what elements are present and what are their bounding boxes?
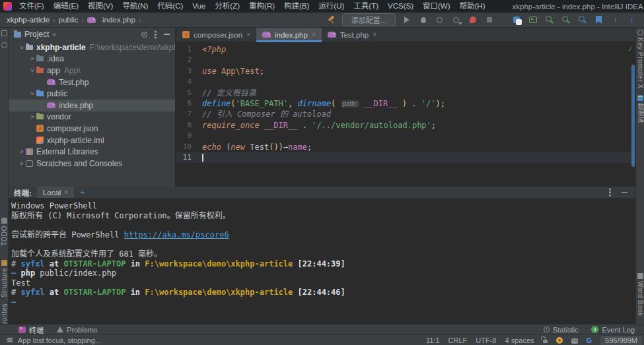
- menu-item-t[interactable]: 工具(T): [349, 0, 383, 13]
- code-line-10[interactable]: 10echo (new Test())→name;: [176, 142, 635, 152]
- tree-item-xkphp-article[interactable]: >xkphp-articleF:\workspace\demo\xkphp-ar…: [9, 42, 175, 53]
- tree-item-xkphp-article-iml[interactable]: xkphp-article.iml: [9, 135, 175, 146]
- expand-arrow-icon[interactable]: >: [28, 113, 36, 120]
- editor-tab-index-php[interactable]: index.php×: [256, 28, 322, 42]
- background-tasks-icon[interactable]: [7, 337, 13, 343]
- tool-stripe-key-promoter[interactable]: Key Promoter X: [636, 30, 644, 89]
- run-icon[interactable]: [401, 15, 412, 26]
- code-line-11[interactable]: 11: [176, 152, 635, 163]
- menu-item-c[interactable]: 代码(C): [153, 0, 188, 13]
- stop-icon[interactable]: [483, 15, 495, 26]
- code-line-6[interactable]: 6define('BASE_PATH', dirname( path: __DI…: [176, 98, 635, 109]
- tree-item-test-php[interactable]: Test.php: [9, 77, 175, 88]
- memory-indicator[interactable]: 596/989M: [600, 336, 642, 345]
- tree-item-idea[interactable]: >.idea: [9, 53, 175, 65]
- code-line-9[interactable]: 9: [176, 131, 635, 141]
- build-hammer-icon[interactable]: [326, 15, 337, 26]
- chevron-down-icon[interactable]: ∨: [52, 32, 56, 38]
- bookmark-icon[interactable]: [593, 15, 604, 26]
- profiler-icon[interactable]: [450, 15, 462, 26]
- replace-icon[interactable]: [560, 15, 571, 26]
- tree-item-composer-json[interactable]: composer.json: [9, 123, 175, 135]
- breadcrumb-xkphp-article[interactable]: xkphp-article: [7, 16, 50, 24]
- terminal-hide-icon[interactable]: [622, 192, 627, 193]
- expand-arrow-icon[interactable]: >: [18, 44, 25, 51]
- expand-arrow-icon[interactable]: >: [18, 148, 26, 155]
- navigate-down-icon[interactable]: ↓: [626, 15, 637, 26]
- locate-file-icon[interactable]: [141, 32, 147, 38]
- search-icon[interactable]: [544, 15, 555, 26]
- line-separator-widget[interactable]: CRLF: [448, 336, 468, 344]
- tree-item-scratches-and-consoles[interactable]: >Scratches and Consoles: [9, 158, 175, 170]
- code-line-1[interactable]: 1<?php: [176, 44, 635, 55]
- tree-item-index-php[interactable]: index.php: [9, 100, 175, 111]
- close-icon[interactable]: ×: [246, 31, 250, 38]
- run-anything-icon[interactable]: [527, 15, 538, 26]
- expand-arrow-icon[interactable]: >: [29, 90, 36, 98]
- menu-item-n[interactable]: 导航(N): [118, 0, 153, 13]
- code-line-4[interactable]: 4: [176, 77, 635, 87]
- tool-stripe-database[interactable]: 数据库: [636, 95, 644, 124]
- attach-debugger-icon[interactable]: [467, 15, 478, 26]
- tree-item-app[interactable]: >appApp\: [9, 65, 175, 77]
- robot-icon[interactable]: [571, 338, 578, 344]
- google-translate-icon[interactable]: G: [587, 336, 592, 344]
- search-everywhere-icon[interactable]: [577, 15, 588, 26]
- tree-item-external-libraries[interactable]: >External Libraries: [9, 146, 175, 158]
- menu-item-vcs-s[interactable]: VCS(S): [383, 0, 418, 13]
- tool-window-button-problems[interactable]: Problems: [57, 325, 97, 335]
- breadcrumb-index-php[interactable]: index.php: [102, 16, 135, 24]
- editor-scrollbar[interactable]: [631, 65, 635, 167]
- tree-item-public[interactable]: >public: [9, 88, 175, 100]
- lock-icon[interactable]: [543, 340, 548, 343]
- expand-arrow-icon[interactable]: >: [28, 55, 36, 62]
- new-terminal-icon[interactable]: +: [80, 187, 85, 197]
- coverage-icon[interactable]: [434, 15, 445, 26]
- terminal-options-kebab-icon[interactable]: [609, 191, 611, 193]
- expand-arrow-icon[interactable]: >: [29, 67, 36, 75]
- hide-panel-icon[interactable]: [164, 34, 170, 35]
- notification-icon[interactable]: [556, 337, 563, 344]
- tool-stripe-word-book[interactable]: Word Book: [636, 273, 644, 317]
- code-line-7[interactable]: 7// 引入 Composer 的 autoload: [176, 109, 635, 119]
- menu-item-e[interactable]: 编辑(E): [49, 0, 83, 13]
- debug-icon[interactable]: [417, 15, 429, 26]
- close-icon[interactable]: ×: [373, 31, 376, 38]
- close-icon[interactable]: ×: [312, 31, 316, 38]
- menu-item-vue[interactable]: Vue: [188, 0, 210, 13]
- run-configuration-button[interactable]: 添加配置...: [342, 13, 396, 26]
- tool-window-button-event-log[interactable]: 1Event Log: [591, 326, 635, 334]
- code-line-2[interactable]: 2: [176, 55, 635, 65]
- tree-item-vendor[interactable]: >vendor: [9, 111, 175, 123]
- translate-icon[interactable]: [511, 15, 522, 26]
- breadcrumb-public[interactable]: public: [59, 16, 79, 24]
- code-line-3[interactable]: 3use App\Test;: [176, 66, 635, 77]
- tool-window-button-statistic[interactable]: Statistic: [544, 326, 579, 334]
- menu-item-v[interactable]: 视图(V): [83, 0, 118, 13]
- code-line-8[interactable]: 8require_once __DIR__ . '/../vendor/auto…: [176, 120, 635, 131]
- navigate-up-icon[interactable]: ↑: [610, 15, 621, 26]
- indent-widget[interactable]: 4 spaces: [505, 336, 534, 344]
- close-icon[interactable]: ×: [64, 189, 68, 196]
- editor-tab-test-php[interactable]: Test.php×: [322, 28, 382, 42]
- project-view-selector[interactable]: Project: [24, 30, 49, 39]
- menu-item-h[interactable]: 帮助(H): [455, 0, 490, 13]
- encoding-widget[interactable]: UTF-8: [476, 336, 496, 344]
- settings-stripe-button[interactable]: [0, 42, 9, 48]
- options-kebab-icon[interactable]: [155, 34, 157, 36]
- tool-stripe-structure[interactable]: Structure: [0, 260, 9, 298]
- caret-position-widget[interactable]: 11:1: [426, 336, 440, 344]
- menu-item-f[interactable]: 文件(F): [15, 0, 49, 13]
- tool-window-button-[interactable]: 终端: [18, 325, 44, 335]
- code-line-5[interactable]: 5// 定义根目录: [176, 88, 635, 98]
- expand-arrow-icon[interactable]: >: [18, 160, 26, 166]
- menu-item-w[interactable]: 窗口(W): [418, 0, 455, 13]
- menu-item-u[interactable]: 运行(U): [314, 0, 349, 13]
- code-editor[interactable]: 1<?php23use App\Test;45// 定义根目录6define('…: [176, 42, 635, 186]
- project-stripe-button[interactable]: [0, 30, 9, 36]
- menu-item-r[interactable]: 重构(R): [244, 0, 279, 13]
- inspections-ok-icon[interactable]: ✓: [628, 44, 633, 53]
- tool-stripe-todo[interactable]: TODO: [0, 218, 9, 246]
- terminal-output[interactable]: Windows PowerShell版权所有 (C) Microsoft Cor…: [9, 199, 635, 307]
- terminal-tab-local[interactable]: Local ×: [37, 187, 74, 198]
